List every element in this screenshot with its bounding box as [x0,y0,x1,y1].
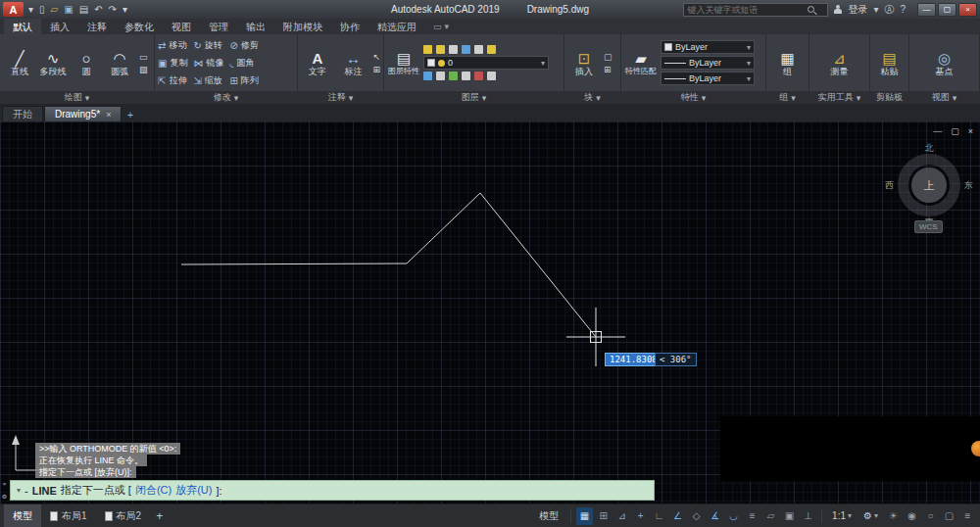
array-tool[interactable]: ⊞ 阵列 [229,72,258,89]
save-icon[interactable]: ▣ [64,2,73,17]
layer-state-icon[interactable] [436,45,445,54]
ribbon-display-toggle[interactable]: ▭ ▾ [433,19,449,34]
grid-display-icon[interactable]: ▦ [576,507,593,525]
ribbon-tab[interactable]: 输出 [237,19,274,34]
panel-title-groups[interactable]: 组 ▾ [766,91,808,104]
snap-mode-icon[interactable]: ⊞ [595,507,612,525]
new-layout-button[interactable]: + [150,509,169,523]
layer-state-icon[interactable] [436,72,445,80]
new-drawing-tab-button[interactable]: + [122,107,137,121]
plot-icon[interactable]: ▤ [79,2,88,17]
open-file-icon[interactable]: ▱ [51,2,59,17]
help-search[interactable] [683,3,828,17]
annotation-monitor-icon[interactable]: ◉ [904,507,920,525]
layer-state-icon[interactable] [449,45,458,54]
search-input[interactable] [687,5,805,15]
redo-icon[interactable]: ↷ [109,2,117,17]
workspace-switching-button[interactable]: ⚙ ▾ [858,510,883,521]
viewcube[interactable]: 上 北 南 西 东 [898,154,960,216]
base-point-button[interactable]: ◎ 基点 [928,50,961,76]
file-tab-start[interactable]: 开始 [2,106,43,121]
selection-cycling-icon[interactable]: ▣ [781,507,798,525]
table-tool-icon[interactable]: ⊞ [372,65,380,74]
command-line[interactable]: ▾ - LINE 指定下一点或 [ 闭合(C) 放弃(U) ]: [10,480,655,501]
layer-state-icon[interactable] [487,45,496,54]
wcs-menu-button[interactable]: WCS [914,220,943,233]
help-icon[interactable]: ? [900,4,906,15]
linetype-dropdown[interactable]: ByLayer ▾ [661,72,755,85]
signin-label[interactable]: 登录 [848,3,867,17]
hatch-tool-icon[interactable]: ▨ [139,65,148,74]
customization-icon[interactable]: ≡ [959,507,976,525]
panel-title-modify[interactable]: 修改 ▾ [155,91,297,104]
notification-badge-icon[interactable] [971,441,980,456]
ribbon-tab[interactable]: 协作 [331,19,368,34]
viewcube-top-face[interactable]: 上 [911,168,947,203]
close-button[interactable]: × [958,3,977,17]
layout2-tab[interactable]: 布局2 [96,504,151,527]
rectangle-tool-icon[interactable]: ▭ [139,52,148,62]
layer-state-icon[interactable] [423,45,432,54]
ribbon-tab[interactable]: 插入 [41,19,78,34]
group-button[interactable]: ▦ 组 [771,50,805,76]
leader-tool-icon[interactable]: ↖ [372,52,380,62]
polyline-tool[interactable]: ∿ 多段线 [36,50,70,76]
undo-option-link[interactable]: 放弃(U) [175,483,212,498]
edit-block-icon[interactable]: ⊞ [604,65,612,74]
transparency-icon[interactable]: ▱ [762,507,779,525]
clean-screen-icon[interactable]: ▢ [941,507,957,525]
line-tool[interactable]: ╱ 直线 [3,50,36,76]
dynamic-ucs-icon[interactable]: ⊥ [800,507,816,525]
viewcube-west-label[interactable]: 西 [885,179,894,192]
app-store-icon[interactable]: Ⓐ [884,3,894,17]
trim-tool[interactable]: ⊘ 修剪 [229,37,258,54]
layer-state-icon[interactable] [423,72,432,80]
model-space-button[interactable]: 模型 [532,509,565,523]
infer-constraints-icon[interactable]: ⊿ [613,507,630,525]
command-close-icon[interactable]: × [3,481,7,487]
stretch-tool[interactable]: ⇱ 拉伸 [158,72,187,89]
lineweight-icon[interactable]: ≡ [744,507,760,525]
application-menu-button[interactable]: A [3,2,24,17]
move-tool[interactable]: ⇄ 移动 [158,37,187,54]
panel-title-view[interactable]: 视图 ▾ [909,91,979,104]
insert-block-button[interactable]: ⊡ 插入 [567,50,601,76]
layer-state-icon[interactable] [449,72,458,80]
ribbon-tab[interactable]: 默认 [4,19,41,34]
maximize-button[interactable]: ▢ [938,3,956,17]
isometric-drafting-icon[interactable]: ◇ [688,507,705,525]
circle-tool[interactable]: ○ 圆 [70,50,103,76]
ribbon-pin-chevron-icon[interactable]: ▾ [445,22,450,31]
signin-person-icon[interactable] [834,5,842,14]
isolate-objects-icon[interactable]: ○ [922,507,939,525]
layer-state-icon[interactable] [487,72,496,80]
layer-state-icon[interactable] [462,72,470,80]
model-tab[interactable]: 模型 [4,504,41,527]
viewcube-east-label[interactable]: 东 [964,179,973,192]
tab-close-icon[interactable]: × [106,110,111,120]
measure-button[interactable]: ⊿ 测量 [823,50,857,76]
text-tool[interactable]: A 文字 [301,50,334,76]
command-customize-icon[interactable]: ⚙ [2,493,7,500]
layer-state-icon[interactable] [474,72,483,80]
panel-title-block[interactable]: 块 ▾ [564,91,620,104]
ribbon-tab[interactable]: 视图 [163,19,200,34]
layer-select-dropdown[interactable]: 0 ▾ [423,56,549,70]
layer-state-icon[interactable] [474,45,483,54]
ribbon-pin-icon[interactable]: ▭ [433,22,442,31]
viewport-minimize-icon[interactable]: — [933,126,942,136]
viewport-close-icon[interactable]: × [968,126,973,136]
copy-tool[interactable]: ▣ 复制 [158,55,187,72]
annotation-scale-button[interactable]: 1:1 ▾ [827,510,857,521]
recent-commands-icon[interactable]: ▾ [17,486,21,495]
app-menu-chevron-icon[interactable]: ▾ [28,2,33,17]
annotation-visibility-icon[interactable]: ☀ [885,507,902,525]
panel-title-properties[interactable]: 特性 ▾ [621,91,765,104]
panel-title-utilities[interactable]: 实用工具 ▾ [809,91,869,104]
panel-title-layers[interactable]: 图层 ▾ [384,91,564,104]
layout1-tab[interactable]: 布局1 [41,504,96,527]
signin-chevron-icon[interactable]: ▾ [873,4,878,15]
scale-tool[interactable]: ⇲ 缩放 [193,72,223,89]
mirror-tool[interactable]: ⋈ 镜像 [193,55,223,72]
layer-state-icon[interactable] [462,45,470,54]
